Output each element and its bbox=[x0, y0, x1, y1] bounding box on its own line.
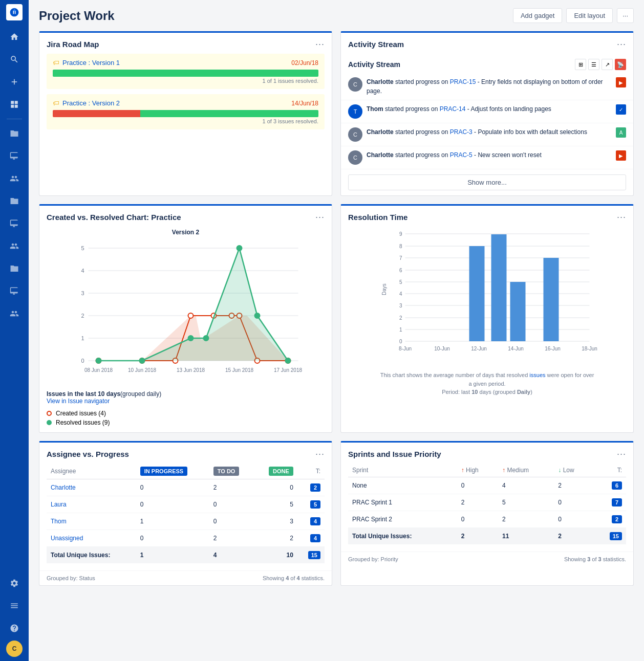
sidebar-icon-settings[interactable] bbox=[4, 573, 25, 593]
svg-text:10 Jun 2018: 10 Jun 2018 bbox=[128, 367, 156, 373]
activity-issue-link-3[interactable]: PRAC-5 bbox=[450, 151, 473, 159]
sp-col-total: T: bbox=[593, 464, 626, 477]
activity-icon-grid[interactable]: ⊞ bbox=[575, 59, 586, 70]
svg-text:8-Jun: 8-Jun bbox=[399, 346, 412, 351]
activity-issue-link-2[interactable]: PRAC-3 bbox=[450, 128, 473, 136]
roadmap-header: Jira Road Map ··· bbox=[39, 33, 332, 54]
roadmap-menu[interactable]: ··· bbox=[315, 39, 325, 50]
sidebar-icon-people1[interactable] bbox=[4, 168, 25, 189]
svg-text:4: 4 bbox=[81, 268, 84, 274]
edit-layout-button[interactable]: Edit layout bbox=[566, 8, 613, 23]
activity-avatar-charlotte-2: C bbox=[348, 127, 362, 142]
activity-avatar-thom-1: T bbox=[348, 104, 362, 119]
roadmap-title: Jira Road Map bbox=[47, 40, 99, 49]
sp-body: Sprint ↑ High ↑ Medium ↓ Low T: bbox=[341, 464, 633, 552]
activity-icon-rss[interactable]: 📡 bbox=[615, 59, 626, 70]
roadmap-gadget: Jira Road Map ··· 🏷 Practice : Version 1… bbox=[39, 31, 332, 196]
ap-header: Assignee vs. Progress ··· bbox=[39, 443, 332, 464]
ap-footer-left: Grouped by: Status bbox=[47, 575, 95, 581]
svg-point-28 bbox=[96, 358, 101, 363]
show-more-button[interactable]: Show more... bbox=[348, 174, 626, 190]
sidebar-icon-boards[interactable] bbox=[4, 94, 25, 115]
activity-issue-link-1[interactable]: PRAC-14 bbox=[440, 105, 466, 113]
svg-text:Days: Days bbox=[381, 283, 387, 295]
ap-footer-right: Showing 4 of 4 statistics. bbox=[263, 575, 325, 581]
sidebar-icon-people2[interactable] bbox=[4, 236, 25, 256]
ap-thom-link[interactable]: Thom bbox=[51, 518, 67, 525]
svg-point-33 bbox=[255, 313, 260, 318]
sp-footer-left: Grouped by: Priority bbox=[348, 556, 398, 562]
ap-row-thom: Thom 103 4 bbox=[47, 513, 325, 530]
svg-text:10-Jun: 10-Jun bbox=[434, 346, 450, 351]
sidebar-icon-folder2[interactable] bbox=[4, 191, 25, 211]
rt-menu[interactable]: ··· bbox=[617, 212, 626, 223]
ap-laura-link[interactable]: Laura bbox=[51, 501, 67, 508]
sidebar-icon-people3[interactable] bbox=[4, 303, 25, 324]
sidebar-icon-folder3[interactable] bbox=[4, 258, 25, 279]
svg-text:1: 1 bbox=[81, 335, 84, 341]
sidebar-icon-search[interactable] bbox=[4, 49, 25, 70]
roadmap-body: 🏷 Practice : Version 1 02/Jun/18 1 of 1 … bbox=[39, 54, 332, 142]
sidebar-icon-monitor3[interactable] bbox=[4, 281, 25, 301]
sidebar-icon-monitor1[interactable] bbox=[4, 146, 25, 166]
cr-version-label: Version 2 bbox=[47, 229, 325, 236]
rt-issues-link[interactable]: issues bbox=[529, 372, 545, 378]
svg-marker-27 bbox=[99, 248, 288, 361]
activity-text-3: Charlotte started progress on PRAC-5 - N… bbox=[367, 150, 612, 160]
svg-text:0: 0 bbox=[81, 358, 84, 364]
rt-note: This chart shows the average number of d… bbox=[341, 371, 633, 388]
activity-icon-list[interactable]: ☰ bbox=[588, 59, 599, 70]
more-options-button[interactable]: ··· bbox=[617, 8, 634, 23]
assignee-progress-gadget: Assignee vs. Progress ··· Assignee IN PR… bbox=[39, 441, 332, 586]
activity-menu[interactable]: ··· bbox=[617, 39, 626, 50]
svg-text:7: 7 bbox=[399, 255, 402, 261]
sp-menu[interactable]: ··· bbox=[617, 449, 626, 459]
sprints-priority-gadget: Sprints and Issue Priority ··· Sprint ↑ … bbox=[340, 441, 634, 586]
cr-navigator-link[interactable]: View in Issue navigator bbox=[47, 398, 110, 405]
roadmap-v1-link[interactable]: Practice : Version 1 bbox=[62, 59, 120, 67]
svg-text:14-Jun: 14-Jun bbox=[508, 346, 524, 351]
rt-bar-13jun bbox=[491, 234, 507, 341]
svg-text:8: 8 bbox=[399, 244, 402, 249]
svg-point-32 bbox=[237, 246, 242, 251]
ap-body: Assignee IN PROGRESS TO DO DONE T: Charl… bbox=[39, 464, 332, 570]
svg-text:08 Jun 2018: 08 Jun 2018 bbox=[84, 367, 113, 373]
activity-text-0: Charlotte started progress on PRAC-15 - … bbox=[367, 77, 612, 96]
ap-menu[interactable]: ··· bbox=[315, 449, 325, 459]
activity-issue-link-0[interactable]: PRAC-15 bbox=[450, 78, 476, 85]
activity-stream-label: Activity Stream bbox=[348, 60, 400, 69]
svg-point-21 bbox=[188, 313, 194, 318]
activity-avatar-charlotte-3: C bbox=[348, 150, 362, 165]
rt-period: Period: last 10 days (grouped Daily) bbox=[341, 389, 633, 395]
sp-col-medium: ↑ Medium bbox=[498, 464, 554, 477]
app-logo[interactable] bbox=[6, 4, 23, 20]
sidebar-icon-home[interactable] bbox=[4, 27, 25, 47]
sidebar-icon-monitor2[interactable] bbox=[4, 213, 25, 234]
roadmap-v1-date: 02/Jun/18 bbox=[291, 59, 318, 67]
sidebar-icon-create[interactable] bbox=[4, 72, 25, 92]
sidebar-icon-hamburger[interactable] bbox=[4, 596, 25, 616]
sidebar-icon-help[interactable] bbox=[4, 618, 25, 638]
svg-text:1: 1 bbox=[399, 327, 402, 333]
ap-charlotte-link[interactable]: Charlotte bbox=[51, 484, 76, 491]
ap-col-assignee: Assignee bbox=[47, 464, 136, 479]
sp-total-row: Total Unique Issues: 2112 15 bbox=[348, 528, 626, 545]
svg-point-31 bbox=[204, 336, 209, 341]
activity-badge-2: A bbox=[616, 127, 626, 138]
svg-text:2: 2 bbox=[399, 315, 402, 321]
ap-unassigned-link[interactable]: Unassigned bbox=[51, 535, 83, 542]
activity-avatar-charlotte-0: C bbox=[348, 77, 362, 92]
activity-inner-header: Activity Stream ⊞ ☰ ↗ 📡 bbox=[341, 54, 633, 73]
sp-col-high: ↑ High bbox=[457, 464, 498, 477]
activity-icon-export[interactable]: ↗ bbox=[602, 59, 613, 70]
rt-bar-16jun bbox=[544, 258, 559, 341]
ap-col-inprogress: IN PROGRESS bbox=[136, 464, 209, 479]
svg-text:3: 3 bbox=[81, 290, 84, 296]
header-actions: Add gadget Edit layout ··· bbox=[513, 8, 634, 23]
roadmap-v2-link[interactable]: Practice : Version 2 bbox=[62, 99, 120, 107]
user-avatar[interactable]: C bbox=[6, 641, 23, 657]
add-gadget-button[interactable]: Add gadget bbox=[513, 8, 563, 23]
sidebar-icon-folder1[interactable] bbox=[4, 123, 25, 144]
cr-menu[interactable]: ··· bbox=[315, 212, 325, 223]
sp-title: Sprints and Issue Priority bbox=[348, 450, 441, 458]
